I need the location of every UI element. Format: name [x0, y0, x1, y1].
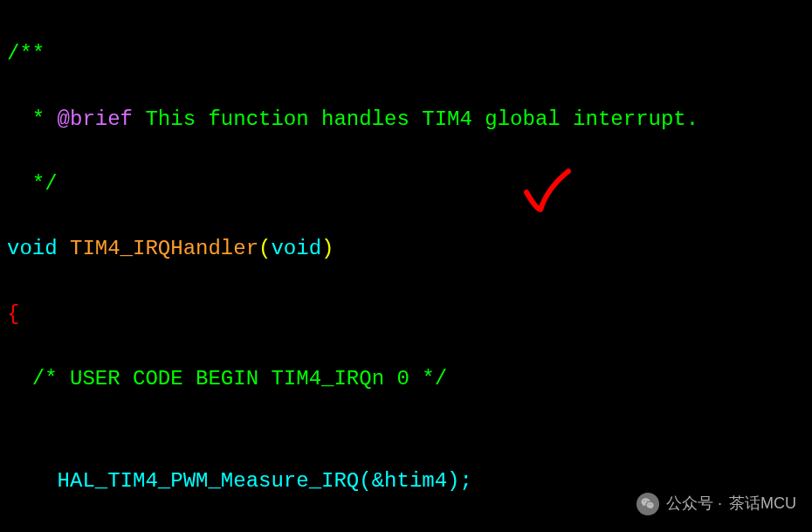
brace-open: {	[7, 302, 19, 326]
keyword: void	[271, 237, 321, 260]
watermark-prefix: 公众号 ·	[666, 492, 722, 516]
comment-text: This function handles TIM4 global interr…	[133, 107, 698, 131]
watermark: 公众号 · 茶话MCU	[637, 492, 796, 516]
comment-ws: *	[7, 107, 58, 131]
indent	[7, 469, 58, 493]
code-block: /** * @brief This function handles TIM4 …	[0, 0, 812, 532]
code-line: /**	[7, 38, 805, 70]
code-line: /* USER CODE BEGIN TIM4_IRQn 0 */	[7, 363, 805, 395]
paren: (	[258, 237, 271, 260]
function-name: TIM4_IRQHandler	[58, 237, 258, 260]
keyword: void	[7, 237, 58, 260]
doxygen-tag: @brief	[58, 107, 133, 131]
blank-line	[7, 427, 805, 432]
wechat-icon	[637, 493, 659, 515]
comment: /**	[7, 42, 45, 66]
function-call: HAL_TIM4_PWM_Measure_IRQ(&htim4);	[58, 469, 472, 493]
watermark-name: 茶话MCU	[729, 492, 796, 516]
code-line: * @brief This function handles TIM4 glob…	[7, 103, 805, 135]
code-line: void TIM4_IRQHandler(void)	[7, 232, 805, 265]
code-line: */	[7, 168, 805, 200]
code-line: {	[7, 298, 805, 330]
comment: */	[7, 172, 58, 196]
comment: /* USER CODE BEGIN TIM4_IRQn 0 */	[7, 367, 447, 390]
paren: )	[321, 237, 334, 260]
